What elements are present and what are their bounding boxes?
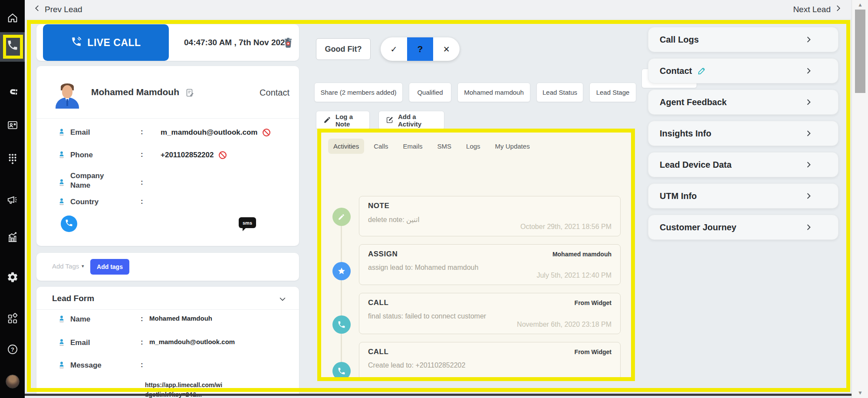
field-separator: : <box>141 338 143 347</box>
live-call-card: LIVE CALL 04:47:30 AM , 7th Nov 2020 <box>36 24 299 61</box>
scroll-down-icon[interactable]: ▼ <box>852 390 868 396</box>
notes-clipboard-icon[interactable] <box>185 88 195 100</box>
lead-form-url-line1: https://app.limecall.com/wi <box>145 381 222 388</box>
sidebar-item-help[interactable]: ? <box>0 338 25 362</box>
sidebar-item-analytics[interactable] <box>0 226 25 250</box>
activity-body: final status: failed to connect customer <box>368 312 486 320</box>
activity-type: CALL <box>368 298 388 307</box>
activity-source: From Widget <box>575 299 612 306</box>
lead-stage-button[interactable]: Lead Stage <box>589 83 636 102</box>
record-type-label: Contact <box>260 88 289 98</box>
timeline-connector <box>341 217 342 381</box>
sidebar-item-dialpad[interactable] <box>0 147 25 172</box>
sidebar-item-profile[interactable] <box>0 369 25 394</box>
phone-icon <box>7 39 19 53</box>
person-pin-icon <box>57 361 66 369</box>
panel-customer-journey[interactable]: Customer Journey <box>648 215 838 240</box>
lead-detail-page: ? Prev Lead Next Lead LIVE CALL 04:47:30… <box>0 0 868 398</box>
live-call-badge: LIVE CALL <box>43 24 169 61</box>
chevron-right-icon <box>804 223 813 232</box>
sidebar-item-lead-magnet[interactable] <box>0 80 25 105</box>
phone-value[interactable]: +201102852202 <box>161 151 214 159</box>
call-contact-button[interactable] <box>61 216 77 232</box>
prev-lead-button[interactable]: Prev Lead <box>33 0 82 19</box>
edit-pencil-icon[interactable] <box>697 66 707 76</box>
phone-icon <box>65 219 73 229</box>
caret-down-icon[interactable]: ▾ <box>82 263 84 269</box>
sidebar-item-contacts[interactable] <box>0 114 25 138</box>
panel-label: Lead Device Data <box>660 160 732 170</box>
contact-card-icon <box>7 119 19 133</box>
add-a-activity-label: Add a Activity <box>398 113 437 128</box>
sms-button[interactable]: sms <box>239 217 256 228</box>
field-separator: : <box>141 128 143 136</box>
add-tags-dropdown[interactable]: Add Tags <box>52 262 79 270</box>
fit-yes-option[interactable]: ✓ <box>381 37 407 61</box>
field-label: Phone <box>70 150 135 160</box>
tab-sms[interactable]: SMS <box>432 139 457 154</box>
activity-item-call-2[interactable]: CALL From Widget Create lead to: +201102… <box>359 342 621 381</box>
sidebar-item-campaigns[interactable] <box>0 189 25 213</box>
vertical-scrollbar[interactable]: ▲ ▼ <box>852 0 868 398</box>
chevron-down-icon[interactable] <box>278 295 287 303</box>
activity-item-assign[interactable]: ASSIGN Mohamed mamdouh assign lead to: M… <box>359 244 621 285</box>
blocked-icon <box>262 128 271 137</box>
panel-insights-info[interactable]: Insights Info <box>648 121 838 146</box>
sidebar-item-home[interactable] <box>0 7 25 31</box>
sidebar-item-calls[interactable] <box>0 34 25 58</box>
tab-my-updates[interactable]: My Updates <box>490 139 535 154</box>
contact-avatar <box>55 83 80 109</box>
lead-status-button[interactable]: Lead Status <box>536 83 583 102</box>
field-label: Email <box>70 128 135 137</box>
log-a-note-label: Log a Note <box>335 113 362 128</box>
activity-item-note[interactable]: NOTE delete note: اتنين October 29th, 20… <box>359 196 621 236</box>
fit-maybe-option-selected[interactable]: ? <box>407 37 434 61</box>
tab-calls[interactable]: Calls <box>368 139 393 154</box>
field-label: Name <box>70 315 135 324</box>
panel-lead-device-data[interactable]: Lead Device Data <box>648 152 838 177</box>
panel-utm-info[interactable]: UTM Info <box>648 183 838 209</box>
scroll-up-icon[interactable]: ▲ <box>852 2 868 8</box>
next-lead-button[interactable]: Next Lead <box>793 0 842 19</box>
tab-activities[interactable]: Activities <box>328 139 364 154</box>
activity-type: NOTE <box>368 202 389 210</box>
live-call-label: LIVE CALL <box>87 37 141 49</box>
live-call-timestamp: 04:47:30 AM , 7th Nov 2020 <box>184 24 289 61</box>
log-a-note-button[interactable]: Log a Note <box>316 111 370 130</box>
tab-logs[interactable]: Logs <box>461 139 486 154</box>
panel-contact[interactable]: Contact <box>648 58 838 83</box>
divider <box>36 309 299 310</box>
pencil-icon <box>323 116 331 125</box>
blocked-icon <box>218 150 227 160</box>
share-button[interactable]: Share (2 members added) <box>314 83 403 102</box>
good-fit-button[interactable]: Good Fit? <box>316 38 371 60</box>
activity-item-call-1[interactable]: CALL From Widget final status: failed to… <box>359 293 621 334</box>
fit-no-option[interactable]: ✕ <box>433 37 460 61</box>
contact-card: Mohamed Mamdouh Contact Email : m_mamdou… <box>36 66 299 246</box>
home-icon <box>7 12 19 26</box>
call-activity-icon <box>332 315 351 334</box>
add-tags-button[interactable]: Add tags <box>90 259 129 275</box>
delete-call-button[interactable] <box>282 36 294 49</box>
sidebar-item-integrations[interactable] <box>0 308 25 332</box>
scrollbar-thumb[interactable] <box>855 10 865 93</box>
note-activity-icon <box>332 208 351 226</box>
add-a-activity-button[interactable]: Add a Activity <box>378 111 444 130</box>
qualified-tag-button[interactable]: Qualified <box>409 83 451 102</box>
lead-form-title: Lead Form <box>52 294 94 303</box>
activity-timestamp: November 6th, 2020 23:17 PM <box>517 377 612 381</box>
chevron-right-icon <box>804 160 813 169</box>
sidebar-item-settings[interactable] <box>0 266 25 290</box>
svg-text:?: ? <box>11 346 14 353</box>
activity-type: ASSIGN <box>368 250 398 259</box>
panel-call-logs[interactable]: Call Logs <box>648 27 838 52</box>
panel-agent-feedback[interactable]: Agent Feedback <box>648 90 838 115</box>
dialpad-icon <box>7 153 19 166</box>
good-fit-segmented-control: ✓ ? ✕ <box>381 37 460 61</box>
activity-body: Create lead to: +201102852202 <box>368 362 465 369</box>
owner-tag-button[interactable]: Mohamed mamdouh <box>457 83 530 102</box>
app-sidebar: ? <box>0 0 25 398</box>
person-pin-icon <box>57 128 66 136</box>
tab-emails[interactable]: Emails <box>398 139 428 154</box>
email-value[interactable]: m_mamdouh@outlook.com <box>161 128 257 137</box>
